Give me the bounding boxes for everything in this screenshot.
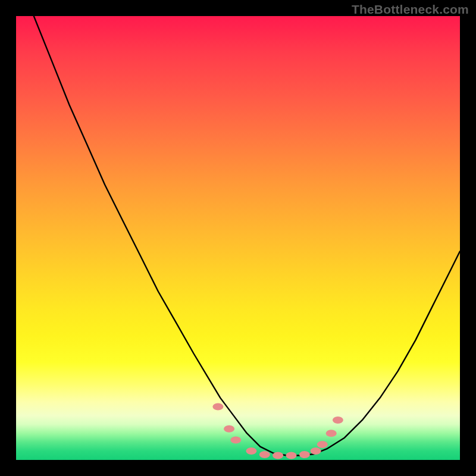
curve-marker (230, 436, 241, 443)
curve-marker (273, 452, 283, 459)
curve-path (34, 16, 460, 456)
curve-marker (326, 430, 337, 437)
curve-marker (246, 447, 256, 455)
curve-marker (286, 452, 297, 459)
curve-marker (259, 451, 270, 458)
watermark-text: TheBottleneck.com (352, 2, 469, 17)
curve-marker (212, 403, 223, 411)
curve-marker (317, 441, 328, 448)
curve-marker (311, 447, 321, 455)
curve-marker (299, 451, 310, 458)
curve-marker (224, 425, 234, 433)
bottleneck-curve (16, 16, 460, 460)
chart-frame: TheBottleneck.com (0, 0, 476, 476)
plot-area (16, 16, 460, 460)
curve-marker (333, 416, 343, 424)
